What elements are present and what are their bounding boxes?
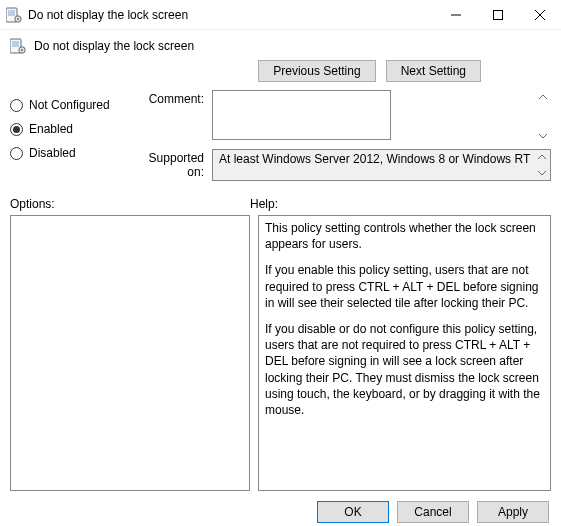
radio-label: Enabled (29, 122, 73, 136)
radio-disabled[interactable]: Disabled (10, 146, 122, 160)
nav-buttons-row: Previous Setting Next Setting (0, 56, 561, 88)
radio-icon (10, 147, 23, 160)
radio-icon (10, 99, 23, 112)
ok-button[interactable]: OK (317, 501, 389, 523)
policy-header: Do not display the lock screen (0, 30, 561, 56)
radio-label: Not Configured (29, 98, 110, 112)
window-minimize-button[interactable] (435, 1, 477, 29)
dialog-buttons: OK Cancel Apply (0, 497, 561, 526)
radio-enabled[interactable]: Enabled (10, 122, 122, 136)
supported-on-box: At least Windows Server 2012, Windows 8 … (212, 149, 551, 181)
svg-point-5 (17, 18, 19, 20)
state-radio-group: Not Configured Enabled Disabled (10, 90, 122, 187)
radio-not-configured[interactable]: Not Configured (10, 98, 122, 112)
scroll-up-icon (535, 151, 549, 163)
svg-rect-7 (494, 10, 503, 19)
scroll-down-icon (536, 130, 550, 142)
comment-label: Comment: (132, 90, 212, 106)
cancel-button[interactable]: Cancel (397, 501, 469, 523)
scroll-down-icon (535, 167, 549, 179)
supported-scrollbar[interactable] (535, 151, 549, 179)
svg-point-15 (21, 49, 23, 51)
options-label: Options: (10, 197, 250, 211)
next-setting-button[interactable]: Next Setting (386, 60, 481, 82)
window-title: Do not display the lock screen (28, 8, 188, 22)
supported-on-label: Supported on: (132, 149, 212, 179)
help-paragraph: If you enable this policy setting, users… (265, 262, 544, 311)
apply-button[interactable]: Apply (477, 501, 549, 523)
window-close-button[interactable] (519, 1, 561, 29)
comment-textarea[interactable] (212, 90, 391, 140)
options-box (10, 215, 250, 491)
previous-setting-button[interactable]: Previous Setting (258, 60, 375, 82)
options-help-labels: Options: Help: (0, 187, 561, 213)
help-paragraph: This policy setting controls whether the… (265, 220, 544, 252)
radio-label: Disabled (29, 146, 76, 160)
window-maximize-button[interactable] (477, 1, 519, 29)
help-box: This policy setting controls whether the… (258, 215, 551, 491)
help-paragraph: If you disable or do not configure this … (265, 321, 544, 418)
title-bar: Do not display the lock screen (0, 0, 561, 30)
policy-header-icon (10, 38, 26, 54)
fields-column: Comment: Supported on: At least Windows … (132, 90, 551, 187)
comment-scrollbar[interactable] (536, 91, 550, 142)
policy-app-icon (6, 7, 22, 23)
supported-on-text: At least Windows Server 2012, Windows 8 … (219, 152, 530, 166)
policy-title: Do not display the lock screen (34, 39, 194, 53)
radio-icon (10, 123, 23, 136)
help-label: Help: (250, 197, 551, 211)
config-area: Not Configured Enabled Disabled Comment:… (0, 88, 561, 187)
options-help-area: This policy setting controls whether the… (0, 213, 561, 497)
scroll-up-icon (536, 91, 550, 103)
